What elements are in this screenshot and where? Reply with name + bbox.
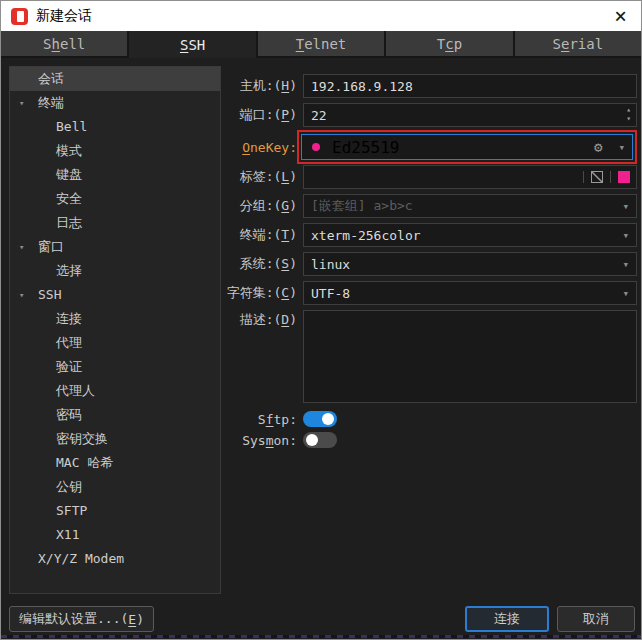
- window-bottom-edge: [1, 635, 641, 638]
- chevron-down-icon[interactable]: ▾: [618, 141, 625, 154]
- cancel-button[interactable]: 取消: [557, 606, 635, 632]
- key-color-dot-icon: [312, 143, 320, 151]
- port-input[interactable]: [303, 103, 637, 127]
- onekey-label: OneKey:: [223, 140, 297, 155]
- sidebar-item-label: 模式: [56, 143, 82, 158]
- sidebar-item-label: 密码: [56, 407, 82, 422]
- no-color-icon[interactable]: [591, 171, 603, 183]
- description-textarea[interactable]: [303, 310, 637, 403]
- sidebar-item-x11[interactable]: X11: [10, 523, 220, 547]
- spinner-up-icon[interactable]: ▴: [626, 105, 631, 114]
- sidebar-item-label: 代理人: [56, 383, 95, 398]
- charset-select[interactable]: UTF-8 ▾: [303, 281, 637, 305]
- sidebar-item-auth[interactable]: 验证: [10, 355, 220, 379]
- sidebar-item-label: 公钥: [56, 479, 82, 494]
- sidebar-item-hostkey[interactable]: 公钥: [10, 475, 220, 499]
- system-value: linux: [311, 257, 616, 272]
- terminal-label: 终端:(T): [223, 226, 297, 244]
- sidebar-item-session[interactable]: 会话: [10, 67, 220, 91]
- tab-serial[interactable]: Serial: [515, 31, 641, 56]
- toggle-knob: [322, 413, 334, 425]
- sidebar-item-xyz-modem[interactable]: X/Y/Z Modem: [10, 547, 220, 571]
- sidebar-item-terminal[interactable]: ▾终端: [10, 91, 220, 115]
- onekey-select[interactable]: Ed25519 ⚙ ▾: [301, 134, 633, 160]
- sidebar-item-connection[interactable]: 连接: [10, 307, 220, 331]
- host-input[interactable]: [303, 74, 637, 98]
- tab-telnet[interactable]: Telnet: [258, 31, 384, 56]
- description-label: 描述:(D): [223, 310, 297, 330]
- tree-expand-icon[interactable]: ▾: [19, 235, 24, 259]
- sidebar-item-bell[interactable]: Bell: [10, 115, 220, 139]
- onekey-value: Ed25519: [332, 138, 594, 157]
- sidebar-item-label: 日志: [56, 215, 82, 230]
- tree-expand-icon[interactable]: ▾: [19, 283, 24, 307]
- tree-expand-icon[interactable]: ▾: [19, 91, 24, 115]
- sidebar-item-selection[interactable]: 选择: [10, 259, 220, 283]
- host-label: 主机:(H): [223, 77, 297, 95]
- sidebar-item-label: SSH: [38, 287, 61, 302]
- terminal-select[interactable]: xterm-256color ▾: [303, 223, 637, 247]
- sftp-label: Sftp:: [223, 412, 297, 427]
- sidebar-item-label: 键盘: [56, 167, 82, 182]
- onekey-highlight-box: Ed25519 ⚙ ▾: [297, 130, 637, 164]
- settings-tree: 会话▾终端Bell模式键盘安全日志▾窗口选择▾SSH连接代理验证代理人密码密钥交…: [9, 66, 221, 594]
- sidebar-item-label: 代理: [56, 335, 82, 350]
- port-spinner[interactable]: ▴ ▾: [626, 105, 631, 123]
- sidebar-item-label: 验证: [56, 359, 82, 374]
- sidebar-item-label: 选择: [56, 263, 82, 278]
- separator: [583, 171, 584, 183]
- chevron-down-icon: ▾: [622, 229, 629, 242]
- edit-defaults-button[interactable]: 编辑默认设置...(E): [9, 606, 154, 632]
- sidebar-item-window[interactable]: ▾窗口: [10, 235, 220, 259]
- sidebar-item-sftp[interactable]: SFTP: [10, 499, 220, 523]
- system-select[interactable]: linux ▾: [303, 252, 637, 276]
- window-title: 新建会话: [36, 7, 92, 25]
- sidebar-item-logging[interactable]: 日志: [10, 211, 220, 235]
- tab-ssh[interactable]: SSH: [129, 31, 255, 58]
- close-icon[interactable]: ×: [610, 6, 631, 26]
- sysmon-toggle[interactable]: [303, 432, 337, 448]
- sidebar-item-kex[interactable]: 密钥交换: [10, 427, 220, 451]
- system-label: 系统:(S): [223, 255, 297, 273]
- charset-label: 字符集:(C): [223, 284, 297, 302]
- chevron-down-icon: ▾: [622, 258, 629, 271]
- group-select[interactable]: [嵌套组] a>b>c ▾: [303, 194, 637, 218]
- sidebar-item-label: 会话: [38, 71, 64, 86]
- tag-color-swatch[interactable]: [618, 171, 630, 183]
- sidebar-item-keyboard[interactable]: 键盘: [10, 163, 220, 187]
- sidebar-item-cipher[interactable]: 密码: [10, 403, 220, 427]
- sidebar-item-label: 终端: [38, 95, 64, 110]
- sidebar-item-label: X11: [56, 527, 79, 542]
- sidebar-item-label: 密钥交换: [56, 431, 108, 446]
- port-label: 端口:(P): [223, 106, 297, 124]
- sidebar-item-label: SFTP: [56, 503, 87, 518]
- sidebar-item-label: 连接: [56, 311, 82, 326]
- sidebar-item-label: MAC 哈希: [56, 455, 113, 470]
- separator: [610, 171, 611, 183]
- tag-label: 标签:(L): [223, 168, 297, 186]
- charset-value: UTF-8: [311, 286, 616, 301]
- sidebar-item-security[interactable]: 安全: [10, 187, 220, 211]
- sidebar-item-label: X/Y/Z Modem: [38, 551, 124, 566]
- session-type-tabs: ShellSSHTelnetTcpSerial: [1, 31, 641, 58]
- group-label: 分组:(G): [223, 197, 297, 215]
- gear-icon[interactable]: ⚙: [594, 139, 602, 155]
- connect-button[interactable]: 连接: [465, 606, 549, 632]
- tab-tcp[interactable]: Tcp: [386, 31, 512, 56]
- chevron-down-icon: ▾: [622, 200, 629, 213]
- sidebar-item-label: Bell: [56, 119, 87, 134]
- sidebar-item-ssh[interactable]: ▾SSH: [10, 283, 220, 307]
- sidebar-item-mode[interactable]: 模式: [10, 139, 220, 163]
- sidebar-item-agent[interactable]: 代理人: [10, 379, 220, 403]
- titlebar: 新建会话 ×: [1, 1, 641, 31]
- sysmon-label: Sysmon:: [223, 433, 297, 448]
- chevron-down-icon: ▾: [622, 287, 629, 300]
- group-placeholder: [嵌套组] a>b>c: [311, 197, 616, 215]
- sftp-toggle[interactable]: [303, 411, 337, 427]
- tab-shell[interactable]: Shell: [1, 31, 127, 56]
- sidebar-item-mac-hash[interactable]: MAC 哈希: [10, 451, 220, 475]
- tag-color-tools: [583, 165, 630, 189]
- spinner-down-icon[interactable]: ▾: [626, 114, 631, 123]
- sidebar-item-proxy[interactable]: 代理: [10, 331, 220, 355]
- app-logo-inner: [17, 11, 24, 22]
